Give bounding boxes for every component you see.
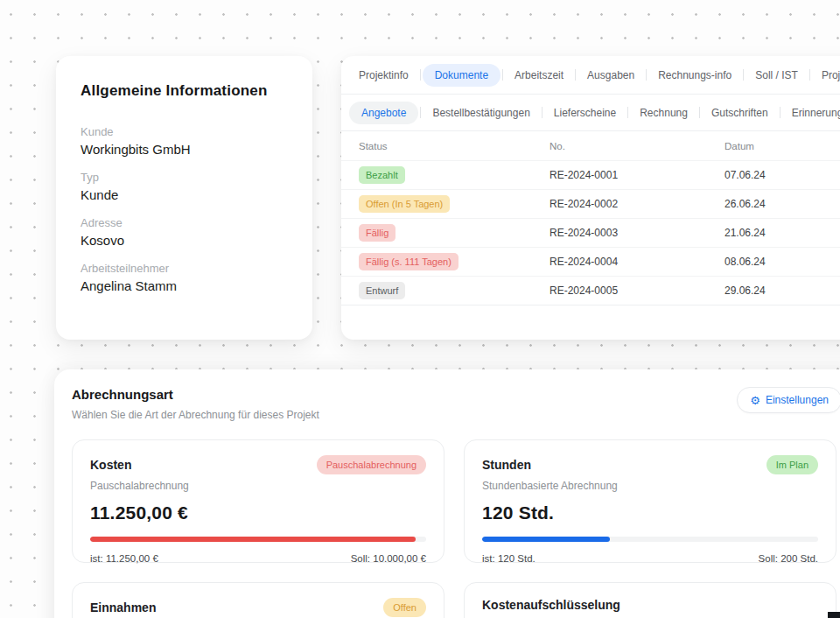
field-label: Kunde [80,125,288,138]
tab-separator [627,107,628,118]
subtab-rechnung[interactable]: Rechnung [630,102,697,124]
stunden-card[interactable]: Stunden Im Plan Stundenbasierte Abrechnu… [464,439,836,563]
ist-value: ist: 120 Std. [482,553,536,564]
document-subtabs: Angebote Bestellbestätigungen Liefersche… [341,95,840,130]
invoice-number: RE-2024-0002 [550,198,724,210]
progress-track [90,537,426,542]
billing-cards-grid: Kosten Pauschalabrechnung Pauschalabrech… [72,439,840,618]
subtab-erinnerungen[interactable]: Erinnerungen [782,102,840,124]
invoice-number: RE-2024-0005 [550,284,724,297]
info-field-typ: Typ Kunde [80,171,288,202]
card-title: Stunden [482,458,531,472]
status-badge: Offen [383,598,426,617]
status-badge: Offen (In 5 Tagen) [359,195,450,213]
table-row[interactable]: Entwurf RE-2024-0005 29.06.24 [341,276,840,305]
tab-projektinfo[interactable]: Projektinfo [349,64,418,87]
card-title: Einnahmen [90,600,156,614]
tab-arbeitszeit[interactable]: Arbeitszeit [505,64,573,87]
info-field-arbeitsteilnehmer: Arbeitsteilnehmer Angelina Stamm [80,262,288,293]
progress-track [482,537,818,542]
subtab-lieferscheine[interactable]: Lieferscheine [544,102,626,124]
tab-separator [502,69,503,81]
gear-icon: ⚙ [750,395,760,406]
tab-dokumente[interactable]: Dokumente [423,64,500,87]
table-header: Status No. Datum [341,131,840,160]
field-value: Kosovo [80,233,288,248]
field-value: Angelina Stamm [80,278,288,293]
tab-separator [809,69,810,81]
status-badge: Fällig (s. 111 Tagen) [359,253,458,270]
billing-subtitle: Wählen Sie die Art der Abrechnung für di… [72,409,319,421]
info-field-kunde: Kunde Workingbits GmbH [80,125,288,157]
tab-separator [575,69,576,81]
subtab-bestellbestaetigungen[interactable]: Bestellbestätigungen [423,102,539,124]
tab-projektbeteiligte[interactable]: Projektbeteiligte [812,64,840,87]
status-badge: Bezahlt [359,166,405,184]
column-header-status: Status [359,141,550,151]
tab-separator [699,107,700,118]
soll-value: Soll: 200 Std. [759,553,818,564]
billing-header: Abrechnungsart Wählen Sie die Art der Ab… [72,387,840,421]
general-info-title: Allgemeine Informationen [80,82,288,100]
tab-separator [780,107,780,118]
card-subtitle: Stundenbasierte Abrechnung [482,480,818,492]
documents-panel: Projektinfo Dokumente Arbeitszeit Ausgab… [341,56,840,340]
table-bottom-divider [341,305,840,305]
kostenaufschluesselung-card[interactable]: Kostenaufschlüsselung Detaillierte Koste… [464,582,836,618]
invoice-date: 29.06.24 [724,284,840,297]
invoice-number: RE-2024-0001 [550,169,724,181]
screen-corner-artifact [828,612,840,618]
billing-section: Abrechnungsart Wählen Sie die Art der Ab… [54,369,840,618]
main-tabs: Projektinfo Dokumente Arbeitszeit Ausgab… [341,56,840,94]
card-footer: ist: 120 Std. Soll: 200 Std. [482,553,818,564]
status-badge: Im Plan [766,455,818,474]
table-row[interactable]: Fällig (s. 111 Tagen) RE-2024-0004 08.06… [341,247,840,276]
invoice-number: RE-2024-0004 [550,256,724,268]
general-info-card: Allgemeine Informationen Kunde Workingbi… [56,56,312,340]
invoice-number: RE-2024-0003 [550,227,724,239]
column-header-datum: Datum [724,141,840,151]
card-footer: ist: 11.250,00 € Soll: 10.000,00 € [90,553,426,564]
table-row[interactable]: Fällig RE-2024-0003 21.06.24 [341,218,840,247]
invoice-date: 21.06.24 [724,227,840,239]
card-value: 11.250,00 € [90,502,426,523]
invoice-date: 08.06.24 [724,256,840,268]
field-label: Typ [80,171,288,184]
tab-rechnungs-info[interactable]: Rechnungs-info [648,64,741,87]
kosten-card[interactable]: Kosten Pauschalabrechnung Pauschalabrech… [72,439,444,563]
progress-fill [482,537,610,542]
tab-separator [743,69,744,81]
status-badge: Pauschalabrechnung [317,455,426,474]
field-value: Kunde [80,187,288,202]
soll-value: Soll: 10.000,00 € [351,553,426,564]
einnahmen-card[interactable]: Einnahmen Offen Umsatz aus Rechnungen [72,582,444,618]
progress-fill [90,537,416,542]
card-value: 120 Std. [482,502,818,523]
billing-header-text: Abrechnungsart Wählen Sie die Art der Ab… [72,387,319,421]
tab-separator [646,69,647,81]
billing-title: Abrechnungsart [72,387,319,402]
table-row[interactable]: Offen (In 5 Tagen) RE-2024-0002 26.06.24 [341,189,840,218]
column-header-no: No. [550,141,724,151]
card-title: Kostenaufschlüsselung [482,598,620,612]
subtab-angebote[interactable]: Angebote [349,102,418,124]
invoice-date: 07.06.24 [724,169,840,181]
field-value: Workingbits GmbH [80,142,288,157]
status-badge: Fällig [359,224,396,242]
tab-soll-ist[interactable]: Soll / IST [746,64,808,87]
settings-button[interactable]: ⚙ Einstellungen [737,387,840,413]
info-field-adresse: Adresse Kosovo [80,216,288,248]
tab-separator [542,107,542,118]
field-label: Adresse [80,216,288,229]
settings-button-label: Einstellungen [766,394,829,406]
tab-ausgaben[interactable]: Ausgaben [578,64,644,87]
invoice-date: 26.06.24 [724,198,840,210]
field-label: Arbeitsteilnehmer [80,262,288,275]
table-row[interactable]: Bezahlt RE-2024-0001 07.06.24 [341,160,840,189]
subtab-gutschriften[interactable]: Gutschriften [702,102,778,124]
ist-value: ist: 11.250,00 € [90,553,158,564]
status-badge: Entwurf [359,282,405,299]
tab-separator [420,107,421,118]
tab-separator [420,69,421,81]
card-title: Kosten [90,458,131,472]
